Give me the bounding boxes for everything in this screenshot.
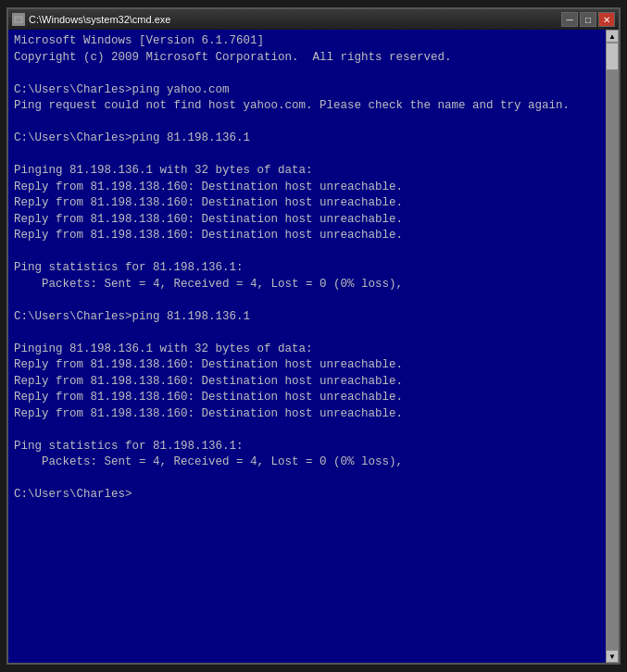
terminal-line: Pinging 81.198.136.1 with 32 bytes of da…: [14, 342, 600, 358]
terminal-line: Packets: Sent = 4, Received = 4, Lost = …: [14, 277, 600, 293]
minimize-button[interactable]: ─: [561, 12, 578, 27]
terminal-line: Reply from 81.198.138.160: Destination h…: [14, 390, 600, 406]
terminal-line: Reply from 81.198.138.160: Destination h…: [14, 406, 600, 423]
terminal-line: [14, 325, 600, 342]
terminal-line: C:\Users\Charles>: [14, 487, 600, 504]
terminal-line: Packets: Sent = 4, Received = 4, Lost = …: [14, 454, 600, 471]
scroll-down-button[interactable]: ▼: [606, 650, 619, 663]
scrollbar[interactable]: ▲ ▼: [606, 30, 619, 663]
terminal-line: Ping statistics for 81.198.136.1:: [14, 439, 600, 455]
terminal-line: C:\Users\Charles>ping yahoo.com: [14, 82, 600, 99]
close-button[interactable]: ✕: [598, 12, 615, 27]
content-area: Microsoft Windows [Version 6.1.7601]Copy…: [8, 30, 619, 663]
terminal-line: Reply from 81.198.138.160: Destination h…: [14, 374, 600, 391]
window-title: C:\Windows\system32\cmd.exe: [29, 14, 170, 25]
terminal-line: Reply from 81.198.138.160: Destination h…: [14, 357, 600, 374]
terminal-output[interactable]: Microsoft Windows [Version 6.1.7601]Copy…: [8, 30, 606, 663]
scroll-thumb[interactable]: [606, 43, 619, 70]
scroll-up-button[interactable]: ▲: [606, 30, 619, 43]
terminal-line: Reply from 81.198.138.160: Destination h…: [14, 228, 600, 244]
terminal-line: Reply from 81.198.138.160: Destination h…: [14, 195, 600, 212]
terminal-line: Ping statistics for 81.198.136.1:: [14, 260, 600, 277]
terminal-line: Microsoft Windows [Version 6.1.7601]: [14, 33, 600, 50]
terminal-line: Ping request could not find host yahoo.c…: [14, 98, 600, 115]
terminal-line: Reply from 81.198.138.160: Destination h…: [14, 212, 600, 229]
terminal-line: Copyright (c) 2009 Microsoft Corporation…: [14, 50, 600, 67]
terminal-line: [14, 147, 600, 164]
terminal-line: [14, 471, 600, 488]
title-bar-buttons: ─ □ ✕: [561, 12, 615, 27]
terminal-line: [14, 244, 600, 261]
maximize-button[interactable]: □: [580, 12, 596, 27]
terminal-line: [14, 422, 600, 439]
terminal-line: C:\Users\Charles>ping 81.198.136.1: [14, 131, 600, 147]
title-bar-left: C:\Windows\system32\cmd.exe: [12, 13, 170, 26]
terminal-line: Pinging 81.198.136.1 with 32 bytes of da…: [14, 163, 600, 180]
scroll-track: [606, 43, 619, 650]
terminal-line: [14, 292, 600, 309]
title-bar: C:\Windows\system32\cmd.exe ─ □ ✕: [8, 9, 619, 30]
terminal-line: [14, 115, 600, 131]
cmd-icon: [12, 13, 25, 26]
terminal-line: [14, 66, 600, 82]
terminal-line: Reply from 81.198.138.160: Destination h…: [14, 180, 600, 196]
svg-rect-0: [15, 17, 22, 22]
terminal-line: C:\Users\Charles>ping 81.198.136.1: [14, 309, 600, 326]
cmd-window: C:\Windows\system32\cmd.exe ─ □ ✕ Micros…: [6, 7, 621, 665]
